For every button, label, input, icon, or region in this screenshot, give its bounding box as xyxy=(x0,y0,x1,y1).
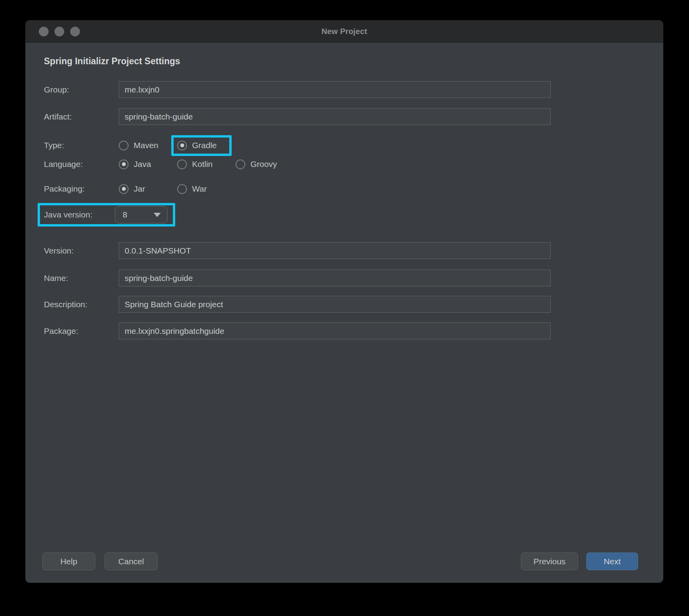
radio-icon xyxy=(177,141,187,150)
language-label: Language: xyxy=(44,159,119,169)
description-row: Description: xyxy=(44,296,663,313)
page-title: Spring Initializr Project Settings xyxy=(44,56,663,67)
packaging-row: Packaging: Jar War xyxy=(44,183,663,195)
version-input[interactable] xyxy=(119,242,551,259)
radio-icon xyxy=(177,184,187,194)
gradle-highlight-box: Gradle xyxy=(171,135,232,156)
radio-icon xyxy=(119,184,129,194)
java-version-highlight-box: Java version: 8 xyxy=(38,203,175,226)
window-controls xyxy=(39,20,80,42)
package-input[interactable] xyxy=(119,322,551,339)
type-label: Type: xyxy=(44,141,119,150)
next-button[interactable]: Next xyxy=(586,553,638,570)
language-option-groovy[interactable]: Groovy xyxy=(236,159,294,169)
type-row: Type: Maven Gradle xyxy=(44,140,663,151)
dialog-footer: Help Cancel Previous Next xyxy=(42,553,638,570)
group-input[interactable] xyxy=(119,81,551,98)
help-button[interactable]: Help xyxy=(42,553,95,570)
language-row: Language: Java Kotlin Groovy xyxy=(44,158,663,170)
title-bar[interactable]: New Project xyxy=(25,20,663,43)
package-label: Package: xyxy=(44,326,119,336)
chevron-down-icon xyxy=(154,213,161,217)
packaging-option-jar[interactable]: Jar xyxy=(119,184,177,194)
artifact-label: Artifact: xyxy=(44,112,119,121)
java-version-dropdown[interactable]: 8 xyxy=(115,206,167,223)
packaging-option-war[interactable]: War xyxy=(177,184,236,194)
type-option-maven[interactable]: Maven xyxy=(119,141,177,150)
language-option-java[interactable]: Java xyxy=(119,159,177,169)
dialog-content: Spring Initializr Project Settings Group… xyxy=(25,43,663,339)
type-option-gradle[interactable]: Gradle xyxy=(177,141,229,150)
version-label: Version: xyxy=(44,246,119,255)
artifact-row: Artifact: xyxy=(44,108,663,125)
group-label: Group: xyxy=(44,85,119,94)
zoom-window-icon[interactable] xyxy=(70,27,80,36)
radio-icon xyxy=(177,159,187,169)
description-input[interactable] xyxy=(119,296,551,313)
name-input[interactable] xyxy=(119,270,551,286)
close-window-icon[interactable] xyxy=(39,27,49,36)
cancel-button[interactable]: Cancel xyxy=(105,553,158,570)
name-row: Name: xyxy=(44,270,663,286)
window-title: New Project xyxy=(321,27,367,36)
previous-button[interactable]: Previous xyxy=(521,553,578,570)
radio-icon xyxy=(236,159,245,169)
new-project-dialog: New Project Spring Initializr Project Se… xyxy=(25,20,663,583)
artifact-input[interactable] xyxy=(119,108,551,125)
name-label: Name: xyxy=(44,274,119,283)
package-row: Package: xyxy=(44,322,663,339)
language-option-kotlin[interactable]: Kotlin xyxy=(177,159,236,169)
packaging-label: Packaging: xyxy=(44,184,119,194)
java-version-value: 8 xyxy=(123,210,127,219)
radio-icon xyxy=(119,141,129,150)
group-row: Group: xyxy=(44,81,663,98)
java-version-label: Java version: xyxy=(44,210,115,219)
description-label: Description: xyxy=(44,300,119,309)
radio-icon xyxy=(119,159,129,169)
version-row: Version: xyxy=(44,242,663,259)
minimize-window-icon[interactable] xyxy=(54,27,64,36)
